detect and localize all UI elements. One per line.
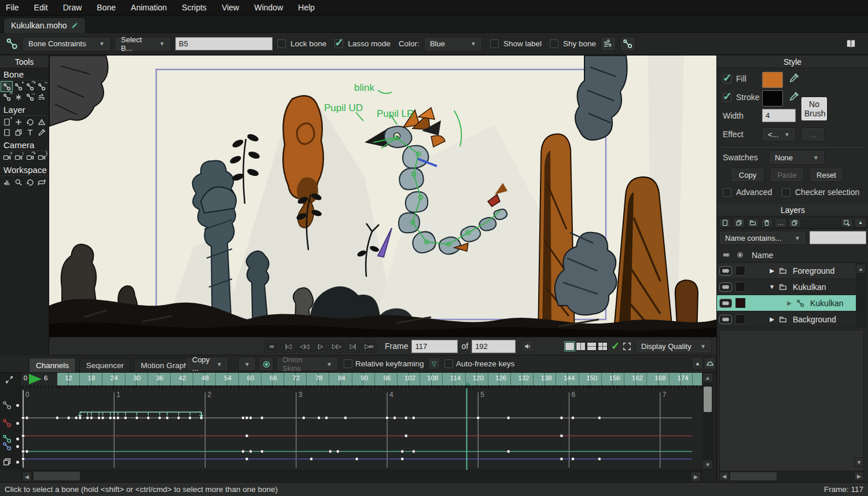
lasso-mode-checkbox[interactable] xyxy=(334,39,343,48)
timeline-vertical-scrollbar[interactable]: ▲ ▼ xyxy=(703,373,713,470)
layer-filter-input[interactable] xyxy=(810,231,866,244)
layer-color-swatch[interactable] xyxy=(735,314,745,324)
new-layer-tool[interactable]: + xyxy=(1,117,12,127)
timeline-extra-dropdown[interactable]: ▼ xyxy=(238,357,256,371)
fill-checkbox[interactable] xyxy=(723,75,731,83)
style-copy-button[interactable]: Copy xyxy=(731,168,764,182)
manual-book-icon[interactable] xyxy=(844,38,858,50)
shy-bone-checkbox[interactable] xyxy=(550,39,558,48)
channel-bone-blue[interactable] xyxy=(0,441,21,451)
split-view-2-button[interactable] xyxy=(576,342,586,351)
timeline-tab-sequencer[interactable]: Sequencer xyxy=(79,358,131,373)
display-quality-dropdown[interactable]: Display Quality▼ xyxy=(635,339,712,353)
layer-visibility-eye-icon[interactable] xyxy=(719,282,732,292)
zoom-camera-tool[interactable]: ↕ xyxy=(13,152,24,162)
dock-scroll-left-button[interactable]: ◀ xyxy=(719,472,729,481)
enable-drawing-check-icon[interactable]: ✓ xyxy=(611,340,620,352)
zoom-timeline-icon-button[interactable] xyxy=(704,358,715,369)
add-layer-icon-button[interactable] xyxy=(719,218,731,227)
jump-to-start-button[interactable]: |◁ xyxy=(281,340,295,352)
collapse-arrow-icon[interactable]: ▼ xyxy=(768,284,775,290)
timeline-scroll-down-button[interactable]: ▼ xyxy=(703,460,713,469)
stretch-bone-icon-button[interactable] xyxy=(620,37,635,51)
timeline-copy-dropdown[interactable]: Copy ...▼ xyxy=(186,357,228,371)
pan-workspace-tool[interactable] xyxy=(1,177,12,187)
insert-text-tool[interactable] xyxy=(24,127,35,137)
safe-frame-icon[interactable] xyxy=(622,341,632,351)
swatches-dropdown[interactable]: None▼ xyxy=(769,150,825,164)
layer-color-swatch[interactable] xyxy=(735,298,745,308)
menu-scripts[interactable]: Scripts xyxy=(182,3,207,12)
split-view-4-button[interactable] xyxy=(598,342,608,351)
menu-edit[interactable]: Edit xyxy=(34,3,48,12)
lock-bone-checkbox[interactable] xyxy=(277,39,286,48)
relative-keyframing-checkbox[interactable] xyxy=(344,359,352,368)
onion-skin-toggle-icon-button[interactable] xyxy=(259,357,273,371)
timeline-ruler[interactable]: 0 61218243036424854606672788490961021081… xyxy=(21,373,703,385)
menu-file[interactable]: File xyxy=(6,3,19,12)
single-view-button[interactable] xyxy=(565,342,575,351)
bone-wind-tool[interactable] xyxy=(36,92,47,102)
flexi-bind-tool[interactable] xyxy=(13,92,24,102)
channel-bone-red[interactable] xyxy=(0,418,21,428)
layers-scroll-up-button[interactable]: ▲ xyxy=(856,264,866,274)
next-frame-button[interactable]: ▷▷ xyxy=(329,340,344,352)
duplicate-layer-icon-button[interactable] xyxy=(733,218,745,227)
bind-points-tool[interactable]: ≈ xyxy=(1,92,12,102)
layer-visibility-eye-icon[interactable] xyxy=(719,315,732,324)
total-frames-input[interactable]: 192 xyxy=(472,340,516,353)
channel-key-dot[interactable] xyxy=(16,404,19,407)
channel-layer-order[interactable] xyxy=(0,457,21,467)
reference-layer-icon-button[interactable] xyxy=(789,218,800,227)
auto-freeze-keys-checkbox[interactable] xyxy=(444,359,453,368)
rotate-layer-tool[interactable] xyxy=(24,117,35,127)
layer-more-actions-button[interactable]: … xyxy=(775,218,786,227)
timeline-scroll-left-button[interactable]: ◀ xyxy=(22,472,32,482)
play-button[interactable]: ▷ xyxy=(313,340,328,352)
mute-audio-icon-button[interactable] xyxy=(521,340,534,352)
show-label-checkbox[interactable] xyxy=(490,39,499,48)
channel-key-dot[interactable] xyxy=(16,422,19,425)
fill-eyedropper-icon[interactable] xyxy=(789,73,799,83)
add-bone-tool[interactable]: + xyxy=(13,82,24,91)
duplicate-layer-tool[interactable] xyxy=(13,127,24,137)
bone-label-pupil-lr[interactable]: Pupil LR xyxy=(377,108,414,120)
onion-skins-dropdown[interactable]: Onion Skins▼ xyxy=(277,357,338,371)
stroke-color-swatch[interactable] xyxy=(762,90,783,106)
menu-help[interactable]: Help xyxy=(298,3,315,12)
expand-timeline-icon[interactable] xyxy=(5,375,14,384)
offset-bone-tool[interactable]: → xyxy=(24,92,35,102)
track-camera-tool[interactable]: + xyxy=(1,152,12,162)
timeline-vscroll-thumb[interactable] xyxy=(704,387,712,412)
menu-bone[interactable]: Bone xyxy=(97,3,116,12)
popout-panel-icon-button[interactable] xyxy=(841,218,852,227)
bone-dynamics-tool[interactable]: ~ xyxy=(36,82,47,91)
pan-tilt-camera-tool[interactable]: ) xyxy=(36,152,47,162)
current-frame-input[interactable]: 117 xyxy=(411,340,458,353)
bone-color-dropdown[interactable]: Blue▼ xyxy=(424,37,482,51)
ruler-play-marker-icon[interactable] xyxy=(29,374,42,384)
rotate-workspace-tool[interactable] xyxy=(24,177,35,187)
keyframe-marker-icon-button[interactable]: ▽ xyxy=(428,358,440,369)
channel-bone-motion[interactable] xyxy=(0,400,21,410)
layer-row-background-3[interactable]: ▶Background xyxy=(717,311,856,328)
stroke-eyedropper-icon[interactable] xyxy=(789,91,799,102)
layer-row-foreground-0[interactable]: ▶Foreground xyxy=(717,263,856,279)
effect-more-button[interactable]: ... xyxy=(801,127,825,141)
split-view-3-button[interactable] xyxy=(587,342,597,351)
channel-key-dot[interactable] xyxy=(16,438,19,440)
dock-scrollbar-thumb[interactable] xyxy=(730,472,777,480)
layer-filter-dropdown[interactable]: Name contains...▼ xyxy=(719,231,806,245)
fill-color-swatch[interactable] xyxy=(762,72,783,88)
timeline-scroll-up-button[interactable]: ▲ xyxy=(703,373,713,383)
effect-dropdown[interactable]: <...▼ xyxy=(762,127,796,141)
layers-vertical-scrollbar[interactable]: ▲ xyxy=(856,263,866,328)
zoom-workspace-tool[interactable] xyxy=(13,177,24,187)
dock-scroll-down-button[interactable]: ▼ xyxy=(854,457,864,467)
scroll-to-playhead-icon-button[interactable]: ▲ xyxy=(692,358,703,369)
menu-view[interactable]: View xyxy=(222,3,239,12)
menu-draw[interactable]: Draw xyxy=(63,3,82,12)
expand-arrow-icon[interactable]: ▶ xyxy=(768,316,775,322)
timeline-hscroll-thumb[interactable] xyxy=(34,472,80,480)
loop-start-button[interactable]: ∞ xyxy=(264,340,279,352)
